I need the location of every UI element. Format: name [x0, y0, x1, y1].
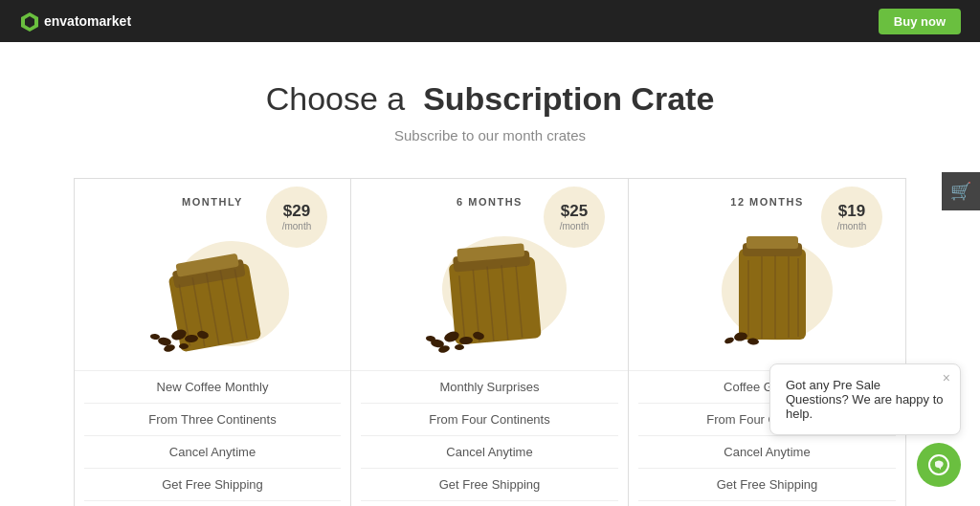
product-image-12months — [629, 217, 905, 361]
plan-card-monthly: MONTHLY $29 /month — [74, 178, 351, 506]
header: envatomarket Buy now — [0, 0, 980, 42]
chat-widget: × Got any Pre Sale Questions? We are hap… — [769, 363, 961, 487]
feature-item: Cancel Anytime — [84, 436, 341, 469]
svg-point-45 — [724, 336, 734, 344]
plan-header-6months: 6 MONTHS $25 /month — [351, 179, 628, 217]
cart-sidebar[interactable]: 🛒 — [942, 172, 980, 210]
feature-item: From Four Continents — [361, 404, 618, 436]
feature-item: Get Free Shipping — [84, 469, 341, 501]
feature-item: Cancel Anytime — [361, 436, 618, 469]
plan-label-monthly: MONTHLY — [182, 196, 243, 208]
chat-icon — [927, 453, 950, 476]
logo: envatomarket — [19, 11, 131, 32]
cart-icon: 🛒 — [950, 181, 971, 202]
chat-open-button[interactable] — [917, 443, 961, 487]
page-subtitle: Subscribe to our month crates — [19, 127, 961, 143]
svg-point-17 — [150, 334, 160, 341]
feature-item: Get Free Shipping — [361, 469, 618, 501]
svg-point-16 — [179, 343, 189, 349]
chat-popup: × Got any Pre Sale Questions? We are hap… — [769, 363, 961, 435]
feature-item: Monthly Surprises — [361, 371, 618, 404]
chat-popup-text: Got any Pre Sale Questions? We are happy… — [786, 378, 944, 421]
feature-item: Re-bills every month — [361, 501, 618, 506]
logo-text: envatomarket — [44, 13, 131, 29]
features-list-monthly: New Coffee Monthly From Three Continents… — [75, 370, 350, 506]
coffee-bag-svg-12months — [681, 222, 854, 356]
coffee-bag-svg-6months — [404, 222, 576, 356]
svg-point-32 — [455, 344, 464, 350]
chat-popup-close-button[interactable]: × — [943, 370, 950, 385]
coffee-bag-svg-monthly — [126, 222, 299, 356]
feature-item: New Coffee Monthly — [84, 371, 341, 404]
plan-label-12months: 12 MONTHS — [730, 196, 803, 208]
plan-header-12months: 12 MONTHS $19 /month — [629, 179, 905, 217]
plan-header-monthly: MONTHLY $29 /month — [75, 179, 350, 217]
envato-logo-icon — [19, 11, 40, 32]
product-image-monthly — [75, 217, 350, 361]
feature-item: Re-bills every month — [638, 501, 896, 506]
plan-label-6months: 6 MONTHS — [457, 196, 523, 208]
buy-now-button[interactable]: Buy now — [879, 9, 961, 34]
feature-item: Re-bills every month — [84, 501, 341, 506]
plan-card-6months: 6 MONTHS $25 /month — [351, 178, 629, 506]
product-image-6months — [351, 217, 628, 361]
features-list-6months: Monthly Surprises From Four Continents C… — [351, 370, 628, 506]
svg-rect-37 — [746, 236, 798, 249]
feature-item: From Three Continents — [84, 404, 341, 436]
page-title: Choose a Subscription Crate — [19, 80, 961, 118]
